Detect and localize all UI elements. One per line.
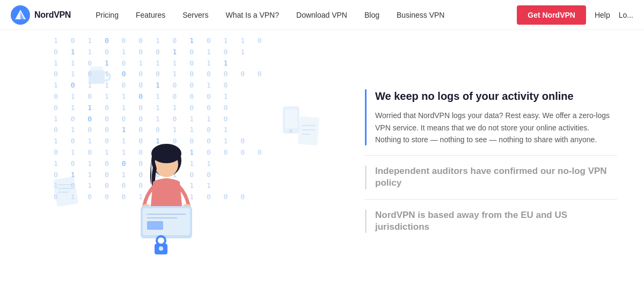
- login-link[interactable]: Lo...: [619, 11, 633, 19]
- illustration-container: 1 0 1 0 0 0 1 0 1 0 1 1 0 0 1 1 0 1 0 0 …: [0, 30, 354, 292]
- feature-item-jurisdiction[interactable]: NordVPN is based away from the EU and US…: [365, 199, 617, 243]
- floating-paper1-icon: [54, 177, 80, 206]
- svg-point-5: [289, 129, 292, 133]
- nav-item-pricing[interactable]: Pricing: [87, 0, 127, 30]
- svg-rect-23: [147, 221, 163, 230]
- feature-accent-bar-1: [365, 89, 367, 145]
- nav-item-blog[interactable]: Blog: [356, 0, 388, 30]
- feature-accent-bar-2: [365, 165, 367, 189]
- svg-point-26: [159, 246, 163, 251]
- feature-content-3: NordVPN is based away from the EU and US…: [375, 209, 617, 233]
- svg-point-16: [151, 144, 181, 163]
- help-link[interactable]: Help: [595, 11, 610, 19]
- svg-rect-6: [54, 177, 78, 206]
- feature-title-2: Independent auditors have confirmed our …: [375, 165, 617, 189]
- nav-item-servers[interactable]: Servers: [174, 0, 217, 30]
- feature-title-3: NordVPN is based away from the EU and US…: [375, 209, 617, 233]
- nav-item-download[interactable]: Download VPN: [288, 0, 356, 30]
- svg-rect-10: [298, 116, 319, 145]
- feature-desc-1: Worried that NordVPN logs your data? Res…: [375, 110, 617, 145]
- feature-title-1: We keep no logs of your activity online: [375, 89, 617, 103]
- svg-rect-4: [285, 110, 297, 128]
- floating-paper2-icon: [298, 116, 322, 148]
- nav-item-what-is-vpn[interactable]: What Is a VPN?: [217, 0, 288, 30]
- feature-item-auditors[interactable]: Independent auditors have confirmed our …: [365, 155, 617, 199]
- header: NordVPN Pricing Features Servers What Is…: [0, 0, 644, 30]
- svg-rect-1: [89, 70, 105, 84]
- feature-content-1: We keep no logs of your activity online …: [375, 89, 617, 145]
- person-illustration: [113, 131, 220, 281]
- nav-item-features[interactable]: Features: [127, 0, 174, 30]
- floating-cup-icon: [86, 62, 113, 86]
- nordvpn-logo-icon: [11, 5, 30, 25]
- main-content: 1 0 1 0 0 0 1 0 1 0 1 1 0 0 1 1 0 1 0 0 …: [0, 30, 644, 292]
- features-section: We keep no logs of your activity online …: [354, 30, 644, 292]
- feature-item-no-logs[interactable]: We keep no logs of your activity online …: [365, 79, 617, 155]
- get-nordvpn-button[interactable]: Get NordVPN: [517, 5, 586, 25]
- main-nav: Pricing Features Servers What Is a VPN? …: [87, 0, 517, 30]
- illustration-section: 1 0 1 0 0 0 1 0 1 0 1 1 0 0 1 1 0 1 0 0 …: [0, 30, 354, 292]
- svg-rect-2: [90, 67, 103, 71]
- feature-content-2: Independent auditors have confirmed our …: [375, 165, 617, 189]
- logo[interactable]: NordVPN: [11, 5, 71, 25]
- nav-item-business[interactable]: Business VPN: [388, 0, 453, 30]
- header-right: Get NordVPN Help Lo...: [517, 5, 633, 25]
- feature-accent-bar-3: [365, 209, 367, 233]
- logo-text: NordVPN: [34, 10, 71, 20]
